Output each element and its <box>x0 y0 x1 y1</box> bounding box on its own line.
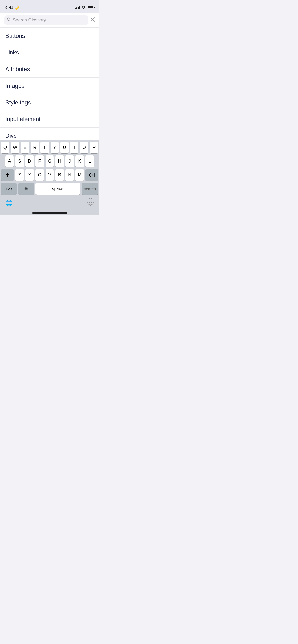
key-w[interactable]: W <box>11 142 19 153</box>
key-u[interactable]: U <box>60 142 69 153</box>
key-h[interactable]: H <box>55 155 64 167</box>
status-bar: 9:41 🌙 <box>0 0 99 13</box>
key-c[interactable]: C <box>35 169 44 181</box>
key-k[interactable]: K <box>75 155 84 167</box>
keyboard-row-2: ASDFGHJKL <box>0 155 99 167</box>
cancel-button[interactable] <box>90 17 95 24</box>
key-b[interactable]: B <box>55 169 64 181</box>
num-key[interactable]: 123 <box>1 183 17 195</box>
globe-icon[interactable]: 🌐 <box>5 200 12 206</box>
keyboard-row-3: ZXCVBNM <box>0 169 99 181</box>
key-o[interactable]: O <box>80 142 88 153</box>
search-key[interactable]: search <box>82 183 98 195</box>
keyboard: QWERTYUIOP ASDFGHJKL ZXCVBNM 123 ☺ space… <box>0 140 99 215</box>
key-i[interactable]: I <box>70 142 78 153</box>
home-indicator <box>0 210 99 215</box>
key-g[interactable]: G <box>46 155 54 167</box>
key-v[interactable]: V <box>46 169 54 181</box>
glossary-item[interactable]: Style tags <box>0 94 99 111</box>
status-icons <box>75 6 94 10</box>
key-j[interactable]: J <box>65 155 74 167</box>
keyboard-bottom-row: 🌐 <box>0 197 99 210</box>
status-time: 9:41 🌙 <box>5 5 19 10</box>
wifi-icon <box>81 6 85 10</box>
glossary-item[interactable]: Links <box>0 44 99 61</box>
key-d[interactable]: D <box>25 155 34 167</box>
moon-icon: 🌙 <box>14 5 19 10</box>
search-placeholder: Search Glossary <box>13 17 46 23</box>
search-bar[interactable]: Search Glossary <box>4 15 88 25</box>
mic-icon[interactable] <box>87 198 94 208</box>
glossary-item[interactable]: Input element <box>0 111 99 128</box>
key-a[interactable]: A <box>5 155 14 167</box>
key-y[interactable]: Y <box>51 142 59 153</box>
glossary-item[interactable]: Buttons <box>0 28 99 44</box>
key-r[interactable]: R <box>31 142 39 153</box>
search-icon <box>7 17 11 23</box>
key-m[interactable]: M <box>75 169 84 181</box>
signal-icon <box>75 6 80 9</box>
time-display: 9:41 <box>5 5 13 10</box>
home-bar <box>32 212 67 214</box>
key-z[interactable]: Z <box>15 169 24 181</box>
shift-key[interactable] <box>1 169 14 181</box>
space-key[interactable]: space <box>35 183 80 195</box>
glossary-item[interactable]: Images <box>0 78 99 94</box>
key-p[interactable]: P <box>90 142 98 153</box>
key-l[interactable]: L <box>85 155 94 167</box>
emoji-key[interactable]: ☺ <box>18 183 34 195</box>
key-e[interactable]: E <box>21 142 29 153</box>
key-x[interactable]: X <box>25 169 34 181</box>
search-bar-container: Search Glossary <box>0 13 99 28</box>
key-q[interactable]: Q <box>1 142 9 153</box>
svg-rect-6 <box>89 198 92 203</box>
key-n[interactable]: N <box>65 169 74 181</box>
key-t[interactable]: T <box>40 142 49 153</box>
keyboard-row-4: 123 ☺ space search <box>0 183 99 195</box>
key-f[interactable]: F <box>35 155 44 167</box>
glossary-item[interactable]: Attributes <box>0 61 99 78</box>
keyboard-row-1: QWERTYUIOP <box>0 142 99 153</box>
delete-key[interactable] <box>85 169 98 181</box>
key-s[interactable]: S <box>15 155 24 167</box>
battery-icon <box>87 6 94 9</box>
svg-line-1 <box>10 20 11 21</box>
